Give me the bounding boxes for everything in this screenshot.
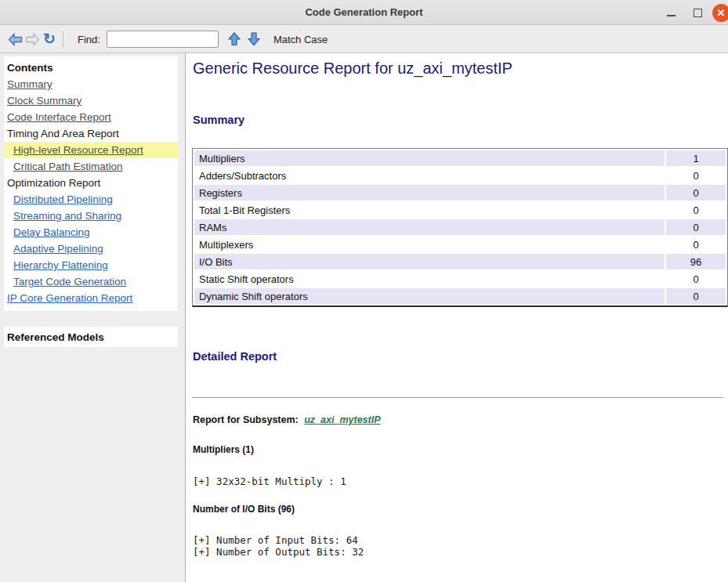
table-row: Total 1-Bit Registers0 xyxy=(194,202,726,218)
report-content: Generic Resource Report for uz_axi_mytes… xyxy=(185,53,728,582)
maximize-button[interactable] xyxy=(689,0,706,25)
sidebar-item-delay-balancing[interactable]: Delay Balancing xyxy=(4,224,178,240)
sidebar-item-summary[interactable]: Summary xyxy=(4,76,178,92)
summary-heading: Summary xyxy=(193,114,244,126)
sidebar-section-timing-and-area-report: Timing And Area Report xyxy=(4,125,178,142)
detailed-report-heading: Detailed Report xyxy=(193,350,277,363)
io-bits-section-heading: Number of I/O Bits (96) xyxy=(193,504,295,515)
summary-table: Multipliers1 Adders/Subtractors0 Registe… xyxy=(192,148,728,307)
table-row: Multiplexers0 xyxy=(194,237,726,252)
title-bar: Code Generation Report ✕ xyxy=(0,0,728,25)
minimize-button[interactable] xyxy=(662,0,679,25)
close-button[interactable]: ✕ xyxy=(711,0,728,25)
reload-button[interactable]: ↻ xyxy=(41,30,58,49)
table-row: Adders/Subtractors0 xyxy=(194,168,726,183)
sidebar-item-critical-path-estimation[interactable]: Critical Path Estimation xyxy=(4,158,178,175)
find-previous-button[interactable] xyxy=(226,30,243,49)
find-toolbar: ↻ Find: Match Case xyxy=(0,26,728,53)
table-row: Dynamic Shift operators0 xyxy=(194,288,726,304)
sidebar-item-code-interface-report[interactable]: Code Interface Report xyxy=(4,109,178,125)
page-title: Generic Resource Report for uz_axi_mytes… xyxy=(193,60,512,78)
subsystem-line: Report for Subsystem: uz_axi_mytestIP xyxy=(193,414,381,425)
multipliers-section-heading: Multipliers (1) xyxy=(193,444,254,455)
table-row: I/O Bits96 xyxy=(194,254,726,269)
find-next-icon xyxy=(248,32,260,46)
table-row: Registers0 xyxy=(194,185,726,201)
sidebar-item-hierarchy-flattening[interactable]: Hierarchy Flattening xyxy=(4,257,178,273)
find-input[interactable] xyxy=(107,31,219,48)
table-row: Static Shift operators0 xyxy=(194,271,726,287)
contents-box: Contents Summary Clock Summary Code Inte… xyxy=(4,56,178,311)
sidebar-section-optimization-report: Optimization Report xyxy=(4,175,178,191)
sidebar-item-distributed-pipelining[interactable]: Distributed Pipelining xyxy=(4,191,178,208)
horizontal-rule xyxy=(192,397,723,398)
table-row: Multipliers1 xyxy=(194,150,726,166)
reload-icon: ↻ xyxy=(43,31,56,46)
subsystem-label: Report for Subsystem: xyxy=(193,414,299,425)
sidebar-item-clock-summary[interactable]: Clock Summary xyxy=(4,92,178,109)
sidebar-item-adaptive-pipelining[interactable]: Adaptive Pipelining xyxy=(4,240,178,257)
referenced-models-box: Referenced Models xyxy=(4,327,178,347)
back-button[interactable] xyxy=(6,30,24,49)
sidebar-item-streaming-and-sharing[interactable]: Streaming and Sharing xyxy=(4,208,178,224)
io-bits-detail-text: [+] Number of Input Bits: 64 [+] Number … xyxy=(193,534,364,558)
window-title: Code Generation Report xyxy=(0,6,728,18)
contents-sidebar: Contents Summary Clock Summary Code Inte… xyxy=(4,56,178,347)
match-case-toggle[interactable]: Match Case xyxy=(273,34,328,45)
subsystem-link[interactable]: uz_axi_mytestIP xyxy=(304,414,380,425)
back-icon xyxy=(8,33,23,46)
find-next-button[interactable] xyxy=(245,30,263,49)
referenced-models-header: Referenced Models xyxy=(7,331,104,343)
close-icon: ✕ xyxy=(712,4,728,22)
forward-button[interactable] xyxy=(24,30,41,49)
sidebar-item-high-level-resource-report[interactable]: High-level Resource Report xyxy=(4,142,178,158)
sidebar-item-ip-core-generation-report[interactable]: IP Core Generation Report xyxy=(4,290,178,306)
contents-header: Contents xyxy=(4,60,178,76)
find-label: Find: xyxy=(78,34,100,45)
minimize-icon xyxy=(667,15,675,16)
find-previous-icon xyxy=(228,32,241,46)
sidebar-item-target-code-generation[interactable]: Target Code Generation xyxy=(4,273,178,290)
forward-icon xyxy=(25,33,40,46)
sidebar-gap xyxy=(4,311,178,327)
toolbar-separator xyxy=(63,31,63,47)
maximize-icon xyxy=(694,9,702,17)
multipliers-detail-text: [+] 32x32-bit Multiply : 1 xyxy=(193,475,346,487)
table-row: RAMs0 xyxy=(194,219,726,235)
